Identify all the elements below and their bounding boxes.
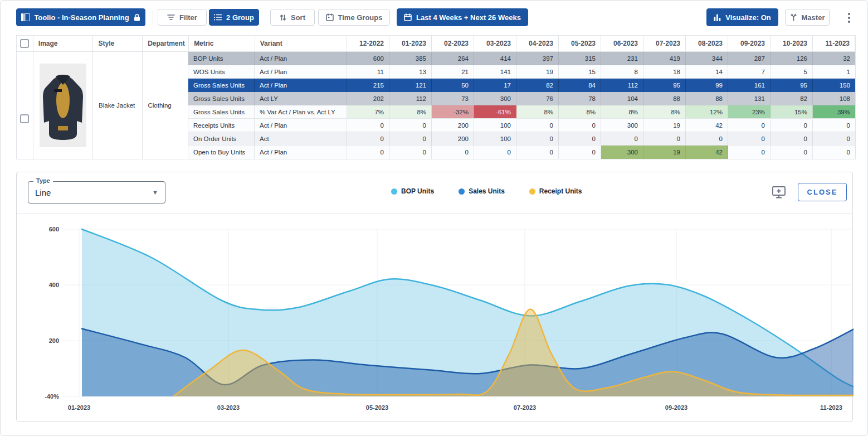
value-cell[interactable]: 95 bbox=[771, 79, 813, 91]
value-cell[interactable]: 0 bbox=[643, 132, 686, 145]
value-cell[interactable]: 0 bbox=[347, 132, 389, 145]
table-row[interactable]: Gross Sales UnitsAct / Plan2151215017828… bbox=[188, 79, 855, 92]
variant-cell[interactable]: Act / Plan bbox=[255, 65, 347, 78]
value-cell[interactable]: 88 bbox=[643, 92, 686, 105]
table-row[interactable]: On Order UnitsAct0020010000000000 bbox=[188, 132, 855, 146]
filter-button[interactable]: Filter bbox=[158, 9, 207, 26]
style-cell[interactable]: Blake Jacket bbox=[93, 52, 142, 159]
value-cell[interactable]: 7 bbox=[728, 65, 771, 78]
value-cell[interactable]: 141 bbox=[474, 65, 516, 78]
value-cell[interactable]: 0 bbox=[389, 132, 432, 145]
value-cell[interactable]: 0 bbox=[813, 132, 855, 145]
value-cell[interactable]: 202 bbox=[347, 92, 389, 105]
date-range-button[interactable]: Last 4 Weeks + Next 26 Weeks bbox=[397, 8, 528, 26]
legend-item[interactable]: Sales Units bbox=[459, 187, 505, 195]
value-cell[interactable]: 300 bbox=[474, 92, 516, 105]
value-cell[interactable]: 50 bbox=[432, 79, 474, 91]
value-cell[interactable]: 112 bbox=[389, 92, 432, 105]
value-cell[interactable]: 0 bbox=[474, 146, 516, 159]
value-cell[interactable]: -61% bbox=[474, 105, 516, 118]
value-cell[interactable]: 112 bbox=[601, 79, 643, 91]
value-cell[interactable]: 287 bbox=[728, 52, 771, 65]
value-cell[interactable]: 8% bbox=[643, 105, 686, 118]
value-cell[interactable]: 18 bbox=[643, 65, 686, 78]
variant-cell[interactable]: % Var Act / Plan vs. Act LY bbox=[255, 105, 347, 118]
value-cell[interactable]: 0 bbox=[389, 119, 432, 132]
value-cell[interactable]: 0 bbox=[559, 119, 601, 132]
value-cell[interactable]: 200 bbox=[432, 119, 474, 132]
value-cell[interactable]: 0 bbox=[771, 132, 813, 145]
value-cell[interactable]: 8% bbox=[389, 105, 432, 118]
variant-cell[interactable]: Act / Plan bbox=[255, 146, 347, 159]
value-cell[interactable]: 0 bbox=[559, 132, 601, 145]
value-cell[interactable]: 8% bbox=[559, 105, 601, 118]
metric-cell[interactable]: Receipts Units bbox=[188, 119, 255, 132]
master-button[interactable]: Master bbox=[785, 9, 830, 26]
metric-cell[interactable]: BOP Units bbox=[188, 52, 255, 65]
value-cell[interactable]: 0 bbox=[516, 132, 559, 145]
value-cell[interactable]: 8% bbox=[516, 105, 559, 118]
value-cell[interactable]: 0 bbox=[813, 119, 855, 132]
value-cell[interactable]: 300 bbox=[601, 119, 643, 132]
value-cell[interactable]: 0 bbox=[432, 146, 474, 159]
value-cell[interactable]: 0 bbox=[559, 146, 601, 159]
value-cell[interactable]: 0 bbox=[813, 146, 855, 159]
value-cell[interactable]: 104 bbox=[601, 92, 643, 105]
value-cell[interactable]: 0 bbox=[347, 146, 389, 159]
value-cell[interactable]: 0 bbox=[728, 119, 771, 132]
sort-button[interactable]: Sort bbox=[270, 9, 315, 26]
value-cell[interactable]: 231 bbox=[601, 52, 643, 65]
kebab-menu-icon[interactable] bbox=[843, 11, 855, 25]
value-cell[interactable]: 300 bbox=[601, 146, 643, 159]
value-cell[interactable]: 76 bbox=[516, 92, 559, 105]
monitor-plus-icon[interactable] bbox=[772, 186, 786, 199]
value-cell[interactable]: 82 bbox=[771, 92, 813, 105]
value-cell[interactable]: 78 bbox=[559, 92, 601, 105]
value-cell[interactable]: 39% bbox=[813, 105, 855, 118]
row-checkbox[interactable] bbox=[20, 114, 29, 123]
value-cell[interactable]: 0 bbox=[516, 146, 559, 159]
view-title-button[interactable]: Toolio - In-Season Planning bbox=[16, 8, 145, 26]
variant-cell[interactable]: Act bbox=[255, 132, 347, 145]
value-cell[interactable]: 397 bbox=[516, 52, 559, 65]
value-cell[interactable]: 414 bbox=[474, 52, 516, 65]
value-cell[interactable]: 8% bbox=[601, 105, 643, 118]
time-groups-button[interactable]: Time Groups bbox=[318, 9, 390, 26]
value-cell[interactable]: 200 bbox=[432, 132, 474, 145]
value-cell[interactable]: 73 bbox=[432, 92, 474, 105]
variant-cell[interactable]: Act / Plan bbox=[255, 79, 347, 91]
value-cell[interactable]: 100 bbox=[474, 132, 516, 145]
value-cell[interactable]: 0 bbox=[728, 132, 771, 145]
value-cell[interactable]: 5 bbox=[771, 65, 813, 78]
table-row[interactable]: WOS UnitsAct / Plan111321141191581814751 bbox=[188, 65, 855, 79]
variant-cell[interactable]: Act / Plan bbox=[255, 52, 347, 65]
legend-item[interactable]: BOP Units bbox=[391, 187, 434, 195]
chart-type-select[interactable]: Line ▼ bbox=[28, 181, 165, 204]
table-row[interactable]: BOP UnitsAct / Plan600385264414397315231… bbox=[188, 52, 855, 65]
value-cell[interactable]: 215 bbox=[347, 79, 389, 91]
value-cell[interactable]: 23% bbox=[728, 105, 771, 118]
value-cell[interactable]: 19 bbox=[516, 65, 559, 78]
value-cell[interactable]: 12% bbox=[686, 105, 728, 118]
value-cell[interactable]: 0 bbox=[601, 132, 643, 145]
metric-cell[interactable]: Open to Buy Units bbox=[188, 146, 255, 159]
value-cell[interactable]: 0 bbox=[516, 119, 559, 132]
value-cell[interactable]: 0 bbox=[347, 119, 389, 132]
value-cell[interactable]: 131 bbox=[728, 92, 771, 105]
close-button[interactable]: CLOSE bbox=[798, 183, 847, 201]
value-cell[interactable]: 14 bbox=[686, 65, 728, 78]
value-cell[interactable]: 0 bbox=[771, 119, 813, 132]
value-cell[interactable]: 108 bbox=[813, 92, 855, 105]
value-cell[interactable]: 13 bbox=[389, 65, 432, 78]
value-cell[interactable]: 1 bbox=[813, 65, 855, 78]
value-cell[interactable]: -32% bbox=[432, 105, 474, 118]
visualize-toggle-button[interactable]: Visualize: On bbox=[706, 8, 778, 26]
table-row[interactable]: Open to Buy UnitsAct / Plan0000003001942… bbox=[188, 146, 855, 159]
group-button[interactable]: 2 Group bbox=[209, 9, 259, 26]
metric-cell[interactable]: Gross Sales Units bbox=[188, 92, 255, 105]
variant-cell[interactable]: Act LY bbox=[255, 92, 347, 105]
value-cell[interactable]: 21 bbox=[432, 65, 474, 78]
table-row[interactable]: Receipts UnitsAct / Plan0020010000300194… bbox=[188, 119, 855, 132]
metric-cell[interactable]: Gross Sales Units bbox=[188, 79, 255, 91]
value-cell[interactable]: 315 bbox=[559, 52, 601, 65]
